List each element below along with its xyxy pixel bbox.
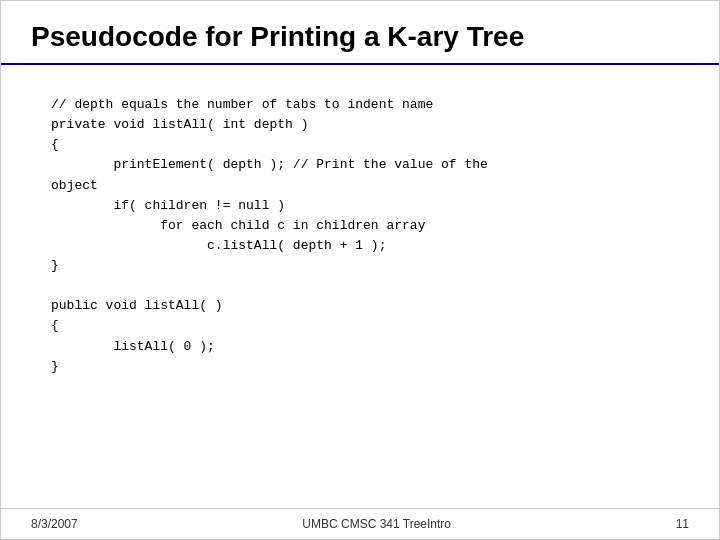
slide-body: // depth equals the number of tabs to in… <box>1 65 719 508</box>
code-block-2: public void listAll( ) { listAll( 0 ); } <box>51 296 669 377</box>
slide-header: Pseudocode for Printing a K-ary Tree <box>1 1 719 65</box>
slide-container: Pseudocode for Printing a K-ary Tree // … <box>0 0 720 540</box>
code-block-1: // depth equals the number of tabs to in… <box>51 95 669 276</box>
slide-footer: 8/3/2007 UMBC CMSC 341 TreeIntro 11 <box>1 508 719 539</box>
footer-center-text: UMBC CMSC 341 TreeIntro <box>302 517 451 531</box>
slide-title: Pseudocode for Printing a K-ary Tree <box>31 21 689 53</box>
footer-date: 8/3/2007 <box>31 517 78 531</box>
footer-page-number: 11 <box>676 517 689 531</box>
